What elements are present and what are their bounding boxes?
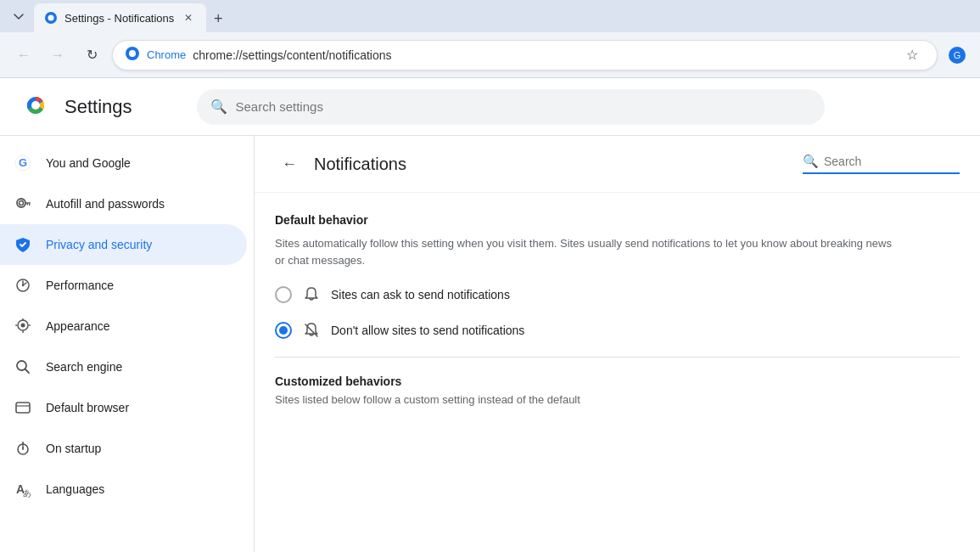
sidebar-label-appearance: Appearance xyxy=(46,319,110,333)
search-engine-icon xyxy=(14,358,32,376)
default-browser-icon xyxy=(14,398,32,417)
url-display: chrome://settings/content/notifications xyxy=(193,48,893,62)
radio-block-circle[interactable] xyxy=(275,322,292,339)
svg-rect-20 xyxy=(22,318,24,321)
profile-btn[interactable]: G xyxy=(944,42,970,68)
content-search-icon: 🔍 xyxy=(803,154,819,169)
sidebar-label-autofill: Autofill and passwords xyxy=(46,197,165,211)
svg-point-3 xyxy=(129,50,136,57)
chrome-logo xyxy=(20,90,51,124)
svg-rect-23 xyxy=(29,324,31,326)
content-header: ← Notifications 🔍 xyxy=(255,136,980,193)
svg-point-1 xyxy=(48,15,54,21)
svg-rect-14 xyxy=(29,204,30,206)
svg-point-17 xyxy=(22,284,24,286)
settings-header: Settings 🔍 xyxy=(0,78,980,136)
performance-icon xyxy=(14,276,32,295)
radio-allow-label: Sites can ask to send notifications xyxy=(331,288,510,301)
sidebar-label-languages: Languages xyxy=(46,482,104,496)
key-icon xyxy=(14,194,32,213)
sidebar-item-you-and-google[interactable]: G You and Google xyxy=(0,143,247,183)
radio-option-block[interactable]: Don't allow sites to send notifications xyxy=(275,321,960,340)
sidebar-label-you-and-google: You and Google xyxy=(46,156,131,170)
shield-icon xyxy=(14,235,32,254)
sidebar: G You and Google Autofill and passwords xyxy=(0,136,255,552)
new-tab-btn[interactable]: + xyxy=(206,7,230,31)
svg-point-12 xyxy=(20,201,24,206)
customized-behaviors-section: Customized behaviors Sites listed below … xyxy=(275,375,960,406)
settings-title: Settings xyxy=(64,96,132,118)
svg-rect-13 xyxy=(25,202,31,203)
svg-line-25 xyxy=(25,369,30,374)
svg-rect-26 xyxy=(16,403,30,413)
content-body: Default behavior Sites automatically fol… xyxy=(255,193,980,426)
svg-point-11 xyxy=(17,199,25,207)
sidebar-item-autofill[interactable]: Autofill and passwords xyxy=(0,183,247,224)
sidebar-label-on-startup: On startup xyxy=(46,442,101,455)
sidebar-item-privacy[interactable]: Privacy and security xyxy=(0,224,247,265)
customized-title: Customized behaviors xyxy=(275,375,960,388)
settings-search-input[interactable] xyxy=(236,99,811,114)
content-search-wrap[interactable]: 🔍 xyxy=(803,154,960,174)
svg-point-8 xyxy=(31,101,40,110)
customized-desc: Sites listed below follow a custom setti… xyxy=(275,393,960,406)
sidebar-item-appearance[interactable]: Appearance xyxy=(0,306,247,346)
sidebar-item-performance[interactable]: Performance xyxy=(0,265,247,306)
tab-favicon xyxy=(44,11,58,25)
address-bar-area: ← → ↻ Chrome chrome://settings/content/n… xyxy=(0,32,980,78)
svg-rect-15 xyxy=(27,204,28,206)
radio-block-label: Don't allow sites to send notifications xyxy=(331,324,524,337)
sidebar-label-performance: Performance xyxy=(46,279,114,292)
reload-btn[interactable]: ↻ xyxy=(78,42,105,69)
bookmark-btn[interactable]: ☆ xyxy=(899,42,925,68)
radio-option-allow[interactable]: Sites can ask to send notifications xyxy=(275,285,960,304)
content-area: ← Notifications 🔍 Default behavior Sites… xyxy=(255,136,980,552)
svg-text:G: G xyxy=(954,50,961,60)
svg-text:あ: あ xyxy=(23,488,31,498)
content-back-btn[interactable]: ← xyxy=(275,149,304,178)
back-nav-btn[interactable]: ← xyxy=(10,42,37,69)
sidebar-item-languages[interactable]: A あ Languages xyxy=(0,469,247,510)
sidebar-label-privacy: Privacy and security xyxy=(46,238,152,251)
appearance-icon xyxy=(14,317,32,335)
default-behavior-section: Default behavior Sites automatically fol… xyxy=(275,213,960,340)
site-favicon xyxy=(125,46,140,65)
content-search-input[interactable] xyxy=(824,155,960,168)
bell-off-icon xyxy=(302,321,321,340)
brand-label: Chrome xyxy=(147,48,186,61)
settings-search-icon: 🔍 xyxy=(210,99,227,115)
default-behavior-title: Default behavior xyxy=(275,213,960,227)
settings-search-wrap[interactable]: 🔍 xyxy=(197,89,825,125)
svg-point-19 xyxy=(21,324,25,328)
tab-dropdown-btn[interactable] xyxy=(7,5,31,29)
sidebar-item-default-browser[interactable]: Default browser xyxy=(0,387,247,428)
google-icon: G xyxy=(14,154,32,172)
content-title: Notifications xyxy=(314,155,792,174)
tab-bar: Settings - Notifications ✕ + xyxy=(0,0,980,32)
main-layout: G You and Google Autofill and passwords xyxy=(0,136,980,552)
address-bar[interactable]: Chrome chrome://settings/content/notific… xyxy=(112,40,938,70)
radio-allow-circle[interactable] xyxy=(275,286,292,303)
active-tab[interactable]: Settings - Notifications ✕ xyxy=(34,3,206,32)
sidebar-item-search-engine[interactable]: Search engine xyxy=(0,346,247,387)
bell-icon xyxy=(302,285,321,304)
sidebar-item-on-startup[interactable]: On startup xyxy=(0,428,247,469)
forward-nav-btn[interactable]: → xyxy=(44,42,71,69)
languages-icon: A あ xyxy=(14,480,32,498)
section-divider xyxy=(275,357,960,358)
default-behavior-desc: Sites automatically follow this setting … xyxy=(275,235,903,268)
svg-rect-21 xyxy=(22,331,24,334)
sidebar-label-search-engine: Search engine xyxy=(46,360,122,374)
svg-rect-22 xyxy=(15,324,18,326)
svg-text:G: G xyxy=(19,156,27,169)
startup-icon xyxy=(14,439,32,458)
tab-close-btn[interactable]: ✕ xyxy=(181,10,196,25)
sidebar-label-default-browser: Default browser xyxy=(46,401,129,414)
tab-title: Settings - Notifications xyxy=(64,12,174,25)
